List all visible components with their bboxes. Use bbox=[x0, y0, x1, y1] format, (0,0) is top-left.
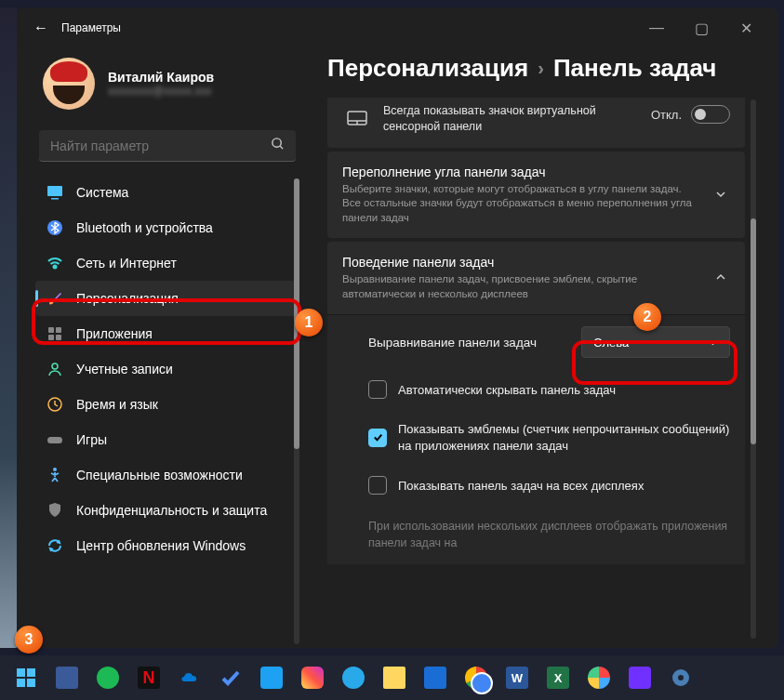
netflix-icon[interactable]: N bbox=[130, 659, 167, 696]
chrome-icon[interactable] bbox=[458, 659, 495, 696]
wifi-icon bbox=[47, 255, 63, 271]
accessibility-icon bbox=[47, 467, 63, 483]
bluetooth-icon bbox=[47, 219, 63, 236]
sidebar-item-gaming[interactable]: Игры bbox=[35, 422, 299, 457]
setting-touchpad-icon[interactable]: Всегда показывать значок виртуальной сен… bbox=[327, 98, 745, 148]
user-email: xxxxxxxx@xxxxx.xxx bbox=[108, 85, 214, 98]
clock-icon bbox=[47, 396, 63, 413]
search-icon bbox=[271, 137, 285, 154]
annotation-badge-1: 1 bbox=[295, 309, 323, 337]
svg-rect-7 bbox=[48, 335, 54, 340]
content-area: Персонализация › Панель задач Всегда пок… bbox=[307, 48, 778, 648]
calculator-icon[interactable] bbox=[48, 659, 86, 696]
app-icon-2[interactable] bbox=[621, 659, 658, 696]
sidebar-item-privacy[interactable]: Конфиденциальность и защита bbox=[35, 493, 299, 528]
sidebar-scrollbar[interactable] bbox=[294, 178, 299, 644]
user-icon bbox=[47, 361, 63, 377]
sidebar-item-personalization[interactable]: Персонализация bbox=[35, 281, 299, 316]
word-icon[interactable]: W bbox=[498, 659, 536, 696]
onedrive-icon[interactable] bbox=[171, 659, 208, 696]
start-button[interactable] bbox=[7, 659, 45, 696]
checkbox-alldisplays[interactable] bbox=[368, 476, 387, 495]
svg-rect-5 bbox=[48, 327, 54, 333]
search-input[interactable] bbox=[50, 139, 271, 153]
row-badges[interactable]: Показывать эмблемы (счетчик непрочитанны… bbox=[327, 410, 745, 465]
system-icon bbox=[47, 184, 63, 201]
sidebar: Виталий Каиров xxxxxxxx@xxxxx.xxx Систем… bbox=[17, 48, 307, 648]
window-title: Параметры bbox=[61, 21, 121, 34]
chevron-down-icon bbox=[711, 187, 730, 204]
titlebar: ← Параметры — ▢ ✕ bbox=[17, 7, 778, 48]
gamepad-icon bbox=[47, 431, 63, 448]
expander-overflow[interactable]: Переполнение угла панели задач Выберите … bbox=[327, 152, 745, 239]
svg-point-12 bbox=[53, 468, 57, 471]
minimize-button[interactable]: — bbox=[635, 13, 678, 43]
breadcrumb: Персонализация › Панель задач bbox=[327, 54, 756, 83]
sidebar-item-network[interactable]: Сеть и Интернет bbox=[35, 245, 299, 281]
svg-point-0 bbox=[272, 139, 281, 147]
row-alldisplays[interactable]: Показывать панель задач на всех дисплеях bbox=[327, 465, 745, 506]
twitter-icon[interactable] bbox=[253, 659, 290, 696]
sidebar-item-apps[interactable]: Приложения bbox=[35, 316, 299, 351]
app-icon[interactable] bbox=[580, 659, 618, 696]
svg-rect-15 bbox=[27, 668, 35, 677]
svg-point-9 bbox=[52, 363, 58, 369]
todo-icon[interactable] bbox=[212, 659, 249, 696]
nav-list: Система Bluetooth и устройства Сеть и Ин… bbox=[35, 175, 299, 563]
maximize-button[interactable]: ▢ bbox=[680, 13, 723, 43]
user-name: Виталий Каиров bbox=[108, 70, 214, 85]
svg-point-19 bbox=[678, 675, 684, 680]
apps-icon bbox=[47, 325, 63, 342]
annotation-badge-2: 2 bbox=[633, 303, 661, 331]
shield-icon bbox=[47, 502, 63, 519]
checkbox-autohide[interactable] bbox=[368, 380, 387, 399]
sidebar-item-system[interactable]: Система bbox=[35, 175, 299, 210]
row-autohide[interactable]: Автоматически скрывать панель задач bbox=[327, 369, 745, 410]
settings-icon[interactable] bbox=[662, 659, 699, 696]
taskbar[interactable]: N W X bbox=[0, 655, 784, 700]
breadcrumb-current: Панель задач bbox=[553, 54, 717, 83]
user-block[interactable]: Виталий Каиров xxxxxxxx@xxxxx.xxx bbox=[35, 48, 299, 126]
chevron-right-icon: › bbox=[538, 58, 544, 79]
chevron-down-icon bbox=[708, 337, 718, 348]
store-icon[interactable] bbox=[417, 659, 454, 696]
svg-point-4 bbox=[54, 266, 57, 269]
sidebar-item-accessibility[interactable]: Специальные возможности bbox=[35, 457, 299, 493]
breadcrumb-parent[interactable]: Персонализация bbox=[327, 54, 528, 83]
explorer-icon[interactable] bbox=[376, 659, 413, 696]
close-button[interactable]: ✕ bbox=[724, 13, 767, 43]
svg-rect-17 bbox=[27, 679, 35, 687]
back-button[interactable]: ← bbox=[28, 15, 54, 41]
avatar bbox=[43, 58, 95, 110]
touchpad-icon bbox=[342, 107, 372, 131]
excel-icon[interactable]: X bbox=[539, 659, 577, 696]
telegram-icon[interactable] bbox=[335, 659, 372, 696]
sidebar-item-update[interactable]: Центр обновления Windows bbox=[35, 528, 299, 563]
annotation-badge-3: 3 bbox=[15, 626, 43, 654]
update-icon bbox=[47, 537, 63, 554]
svg-rect-6 bbox=[56, 327, 61, 333]
brush-icon bbox=[47, 290, 63, 307]
search-box[interactable] bbox=[39, 130, 296, 162]
spotify-icon[interactable] bbox=[89, 659, 126, 696]
toggle-switch[interactable] bbox=[691, 105, 730, 124]
row-multimon: При использовании нескольких дисплеев от… bbox=[327, 506, 745, 564]
toggle-state: Откл. bbox=[651, 108, 682, 122]
expander-behavior-header[interactable]: Поведение панели задач Выравнивание пане… bbox=[327, 242, 745, 314]
svg-rect-1 bbox=[47, 186, 62, 196]
checkbox-badges[interactable] bbox=[368, 429, 387, 447]
svg-rect-11 bbox=[47, 437, 62, 443]
row-alignment: Выравнивание панели задач Слева bbox=[327, 315, 745, 369]
sidebar-item-bluetooth[interactable]: Bluetooth и устройства bbox=[35, 210, 299, 245]
expander-behavior: Поведение панели задач Выравнивание пане… bbox=[327, 242, 745, 564]
desktop-wallpaper-strip bbox=[0, 7, 17, 648]
svg-rect-16 bbox=[17, 679, 25, 687]
sidebar-item-time[interactable]: Время и язык bbox=[35, 387, 299, 422]
svg-rect-14 bbox=[17, 668, 25, 677]
instagram-icon[interactable] bbox=[294, 659, 331, 696]
sidebar-item-accounts[interactable]: Учетные записи bbox=[35, 351, 299, 387]
alignment-dropdown[interactable]: Слева bbox=[581, 326, 730, 358]
content-scrollbar[interactable] bbox=[751, 99, 756, 639]
settings-window: ← Параметры — ▢ ✕ Виталий Каиров xxxxxxx… bbox=[17, 7, 778, 648]
chevron-up-icon bbox=[711, 270, 730, 286]
